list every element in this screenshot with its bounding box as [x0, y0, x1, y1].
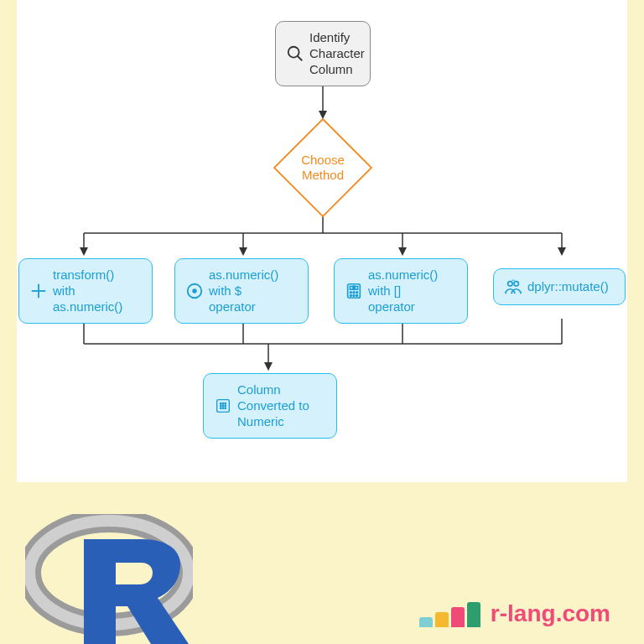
node-label: as.numeric() with $ operator	[209, 267, 278, 314]
svg-line-14	[298, 56, 303, 61]
r-logo	[25, 514, 193, 644]
svg-point-30	[514, 282, 519, 287]
node-asnumeric-dollar: as.numeric() with $ operator	[174, 258, 309, 324]
target-icon	[185, 282, 204, 300]
svg-point-29	[508, 282, 513, 287]
svg-point-35	[221, 405, 221, 406]
svg-point-26	[353, 295, 355, 297]
svg-point-25	[350, 295, 351, 297]
node-choose-method: Choose Method	[273, 117, 373, 218]
svg-point-36	[222, 405, 223, 406]
diagram-canvas: Identify Character Column Choose Method …	[17, 0, 627, 482]
svg-point-40	[225, 408, 226, 408]
node-column-converted: Column Converted to Numeric	[203, 373, 337, 439]
bar-1	[419, 617, 433, 627]
node-asnumeric-bracket: $ as.numeric() with [] operator	[334, 258, 468, 324]
brand: r-lang.com	[419, 600, 610, 627]
grid-icon	[214, 397, 232, 415]
node-label: as.numeric() with [] operator	[368, 267, 438, 314]
calculator-icon: $	[345, 282, 363, 300]
svg-point-13	[288, 47, 299, 58]
svg-point-22	[350, 292, 351, 293]
svg-point-23	[353, 292, 355, 293]
node-label: Column Converted to Numeric	[237, 382, 309, 429]
svg-point-19	[193, 289, 196, 293]
search-icon	[286, 44, 304, 63]
svg-point-38	[221, 408, 221, 408]
svg-point-39	[222, 408, 223, 408]
plus-icon	[29, 282, 48, 300]
svg-point-24	[356, 292, 358, 293]
node-dplyr-mutate: dplyr::mutate()	[493, 268, 626, 305]
svg-point-33	[222, 403, 223, 404]
node-identify-character-column: Identify Character Column	[275, 21, 371, 86]
node-label: Identify Character Column	[309, 30, 365, 77]
svg-point-37	[225, 405, 226, 406]
svg-point-32	[221, 403, 221, 404]
brand-text: r-lang.com	[491, 600, 610, 627]
footer: r-lang.com	[0, 482, 644, 644]
bar-3	[451, 607, 465, 627]
people-icon	[504, 278, 522, 296]
node-transform-asnumeric: transform() with as.numeric()	[18, 258, 153, 324]
node-label: dplyr::mutate()	[527, 279, 609, 295]
bar-4	[467, 602, 480, 627]
svg-point-27	[356, 295, 358, 297]
node-label: transform() with as.numeric()	[53, 267, 122, 314]
svg-point-34	[225, 403, 226, 404]
bar-2	[435, 612, 449, 627]
decision-label: Choose Method	[301, 153, 345, 183]
brand-bars-icon	[419, 602, 480, 627]
